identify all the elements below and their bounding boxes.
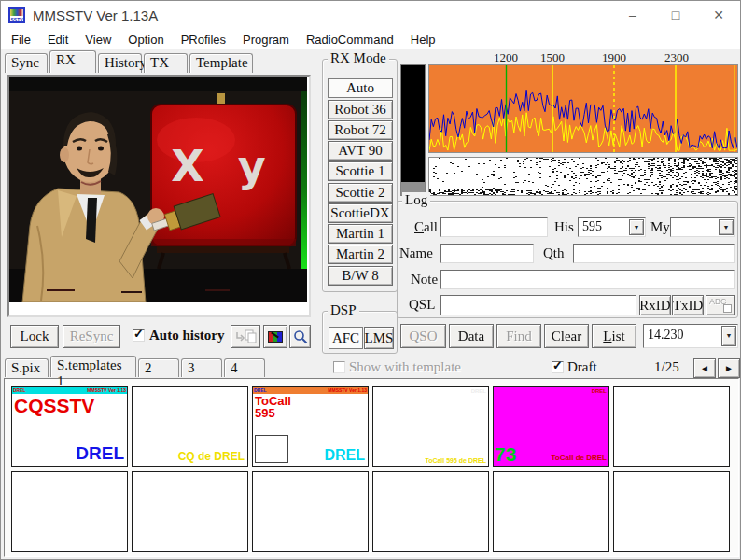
txid-button[interactable]: TxID xyxy=(672,295,704,315)
tab-template[interactable]: Template xyxy=(189,53,253,73)
minimize-button[interactable]: – xyxy=(611,1,654,29)
magnifier-icon xyxy=(293,329,308,344)
menu-profiles[interactable]: PRofiles xyxy=(173,30,234,49)
rx-mode-martin1[interactable]: Martin 1 xyxy=(328,224,393,244)
list-button[interactable]: List xyxy=(592,324,636,348)
tab-stemplates2[interactable]: 2 xyxy=(138,358,179,377)
checkmark-icon: ✓ xyxy=(552,358,563,372)
qsl-input[interactable] xyxy=(440,295,636,315)
rx-mode-scottie1[interactable]: Scottie 1 xyxy=(328,161,393,181)
rx-mode-bw8[interactable]: B/W 8 xyxy=(328,266,393,286)
tab-stemplates1[interactable]: S.templates 1 xyxy=(50,356,136,377)
menu-option[interactable]: Option xyxy=(119,30,172,49)
dsp-legend: DSP xyxy=(328,302,359,318)
next-page-button[interactable]: ► xyxy=(718,358,740,378)
picture-icon xyxy=(268,331,283,343)
auto-history-checkbox[interactable]: ✓ xyxy=(133,329,145,342)
abc-checkbox xyxy=(723,304,732,313)
tab-rx[interactable]: RX xyxy=(49,50,96,73)
freq-label-1200: 1200 xyxy=(494,50,518,65)
tab-tx[interactable]: TX xyxy=(144,53,188,73)
template-thumbnail-1[interactable]: DREL MMSSTV Ver 1.13 CQSSTV DREL xyxy=(11,386,128,467)
tab-spix[interactable]: S.pix xyxy=(5,358,49,377)
easel-tray xyxy=(157,246,289,253)
template-thumbnail-8[interactable] xyxy=(132,471,248,552)
menu-bar: File Edit View Option PRofiles Program R… xyxy=(1,29,740,49)
title-bar: SSTV MMSSTV Ver 1.13A – □ ✕ xyxy=(1,1,740,29)
rx-mode-robot72[interactable]: Robot 72 xyxy=(328,120,393,140)
menu-file[interactable]: File xyxy=(3,30,39,49)
data-button[interactable]: Data xyxy=(449,324,494,348)
template-thumbnail-2[interactable]: CQ de DREL xyxy=(132,386,248,467)
tab-stemplates3[interactable]: 3 xyxy=(181,358,222,377)
thumb5-text: ToCall de DREL xyxy=(552,454,607,462)
template-thumbnail-3[interactable]: DREL MMSSTV Ver 1.13 ToCall 595 DREL xyxy=(252,386,369,467)
template-thumbnail-11[interactable] xyxy=(493,471,609,552)
template-thumbnail-4[interactable]: DREL ToCall 595 de DREL xyxy=(372,386,489,467)
magnifier-button[interactable] xyxy=(289,325,311,348)
note-input[interactable] xyxy=(440,270,735,289)
template-thumbnail-10[interactable] xyxy=(372,471,489,552)
prev-page-button[interactable]: ◄ xyxy=(693,358,716,378)
menu-help[interactable]: Help xyxy=(402,30,444,49)
close-button[interactable]: ✕ xyxy=(697,1,740,29)
mmsstv-window: SSTV MMSSTV Ver 1.13A – □ ✕ File Edit Vi… xyxy=(0,0,741,560)
freq-label-2300: 2300 xyxy=(664,50,689,65)
template-thumbnails-panel: DREL MMSSTV Ver 1.13 CQSSTV DREL CQ de D… xyxy=(4,378,739,557)
rx-mode-scottie2[interactable]: Scottie 2 xyxy=(328,183,393,203)
abc-button[interactable]: ABC xyxy=(706,295,735,315)
tab-sync[interactable]: Sync xyxy=(5,53,48,73)
thumb3-header-right: MMSSTV Ver 1.13 xyxy=(328,387,367,394)
spectrum-display[interactable] xyxy=(428,64,738,153)
call-input[interactable] xyxy=(440,217,548,237)
qsl-label: QSL xyxy=(409,297,435,313)
tab-history[interactable]: History xyxy=(98,53,142,73)
template-thumbnail-9[interactable] xyxy=(252,471,369,552)
clear-button[interactable]: Clear xyxy=(544,324,589,348)
my-combo[interactable]: ▼ xyxy=(670,217,735,237)
name-input[interactable] xyxy=(440,244,534,263)
rxid-button[interactable]: RxID xyxy=(639,295,671,315)
thumb5-top-right: DREL xyxy=(592,388,607,394)
app-icon-picture xyxy=(10,9,23,16)
menu-view[interactable]: View xyxy=(77,30,119,49)
lock-button[interactable]: Lock xyxy=(10,325,59,348)
menu-edit[interactable]: Edit xyxy=(39,30,77,49)
maximize-button[interactable]: □ xyxy=(654,1,697,29)
template-thumbnail-6[interactable] xyxy=(613,386,730,467)
template-thumbnail-12[interactable] xyxy=(613,471,730,552)
draft-checkbox[interactable]: ✓ xyxy=(552,361,564,373)
template-thumbnail-5[interactable]: DREL 73 ToCall de DREL xyxy=(493,386,609,467)
template-thumbnail-7[interactable] xyxy=(11,471,128,552)
rx-mode-scottiedx[interactable]: ScottieDX xyxy=(328,203,393,223)
rx-mode-auto[interactable]: Auto xyxy=(328,78,393,98)
frequency-dropdown-icon[interactable]: ▼ xyxy=(721,326,736,346)
menu-radiocommand[interactable]: RadioCommand xyxy=(298,30,402,49)
rx-mode-martin2[interactable]: Martin 2 xyxy=(328,245,393,264)
afc-button[interactable]: AFC xyxy=(329,327,363,349)
his-combo[interactable]: 595 ▼ xyxy=(578,217,646,237)
signal-level-meter xyxy=(400,64,426,196)
tab-stemplates4[interactable]: 4 xyxy=(224,358,265,377)
qth-input[interactable] xyxy=(573,244,735,263)
frequency-combo[interactable]: 14.230 ▼ xyxy=(643,324,738,348)
rx-mode-group: RX Mode Auto Robot 36 Robot 72 AVT 90 Sc… xyxy=(322,59,398,292)
find-button[interactable]: Find xyxy=(496,324,541,348)
copy-to-history-button[interactable] xyxy=(231,325,260,348)
rx-mode-avt90[interactable]: AVT 90 xyxy=(328,141,393,161)
my-dropdown-icon[interactable]: ▼ xyxy=(719,219,734,235)
app-icon: SSTV xyxy=(8,7,25,23)
dsp-group: DSP AFC LMS xyxy=(322,311,398,354)
qth-label: Qth xyxy=(543,245,565,261)
lms-button[interactable]: LMS xyxy=(364,327,394,349)
freq-label-1900: 1900 xyxy=(602,50,626,65)
thumb1-title: CQSSTV xyxy=(14,395,94,417)
picture-button[interactable] xyxy=(263,325,287,348)
rx-mode-robot36[interactable]: Robot 36 xyxy=(328,100,393,119)
thumb3-picture-box xyxy=(255,435,288,463)
menu-program[interactable]: Program xyxy=(234,30,298,49)
qso-button[interactable]: QSO xyxy=(400,324,446,348)
resync-button[interactable]: ReSync xyxy=(63,325,120,348)
show-with-template-checkbox[interactable] xyxy=(333,361,345,373)
his-dropdown-icon[interactable]: ▼ xyxy=(629,219,644,235)
